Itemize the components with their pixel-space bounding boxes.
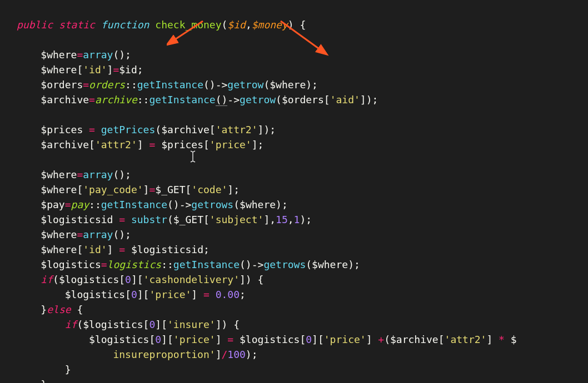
class-pay: pay — [71, 199, 89, 210]
num-0: 0 — [149, 319, 155, 330]
num-1: 1 — [294, 214, 300, 225]
var-archive: $archive — [41, 139, 89, 150]
str-price: 'price' — [210, 139, 252, 150]
fn-array: array — [83, 49, 113, 61]
var-where: $where — [41, 184, 77, 195]
code-content[interactable]: public static function check_money($id,$… — [17, 17, 588, 383]
var-logistics: $logistics — [240, 334, 300, 345]
keyword-function: function — [101, 19, 150, 31]
num-0: 0 — [306, 334, 312, 345]
str-attr2: 'attr2' — [445, 334, 487, 345]
keyword-if: if — [41, 274, 53, 285]
str-attr2: 'attr2' — [95, 139, 137, 150]
method-getrows: getrows — [263, 259, 306, 270]
method-getInstance: getInstance — [173, 259, 240, 270]
method-getrow: getrow — [240, 94, 276, 105]
function-name: check_money — [155, 19, 221, 31]
var-archive: $archive — [390, 334, 438, 345]
num-15: 15 — [276, 214, 288, 225]
fn-array: array — [83, 169, 113, 180]
var-where: $where — [41, 229, 77, 240]
method-getrow: getrow — [227, 79, 263, 90]
var-orders: $orders — [282, 94, 324, 105]
var-logistics: $logistics — [65, 289, 125, 300]
str-aid: 'aid' — [330, 94, 360, 105]
var-where: $where — [41, 64, 77, 75]
str-id: 'id' — [83, 244, 107, 255]
var-where: $where — [41, 49, 77, 61]
var-id: $id — [119, 64, 137, 75]
num-000: 0.00 — [216, 289, 240, 300]
keyword-else: else — [47, 304, 71, 315]
str-paycode: 'pay_code' — [83, 184, 143, 195]
str-price: 'price' — [173, 334, 216, 345]
class-archive: archive — [95, 94, 137, 105]
str-subject: 'subject' — [210, 214, 264, 225]
num-100: 100 — [227, 349, 246, 360]
str-insure: 'insure' — [167, 319, 216, 330]
method-getrows: getrows — [191, 199, 233, 210]
fn-array: array — [83, 229, 113, 240]
var-logisticsid: $logisticsid — [131, 244, 203, 255]
num-0: 0 — [125, 274, 131, 285]
keyword-static: static — [59, 19, 95, 31]
num-0: 0 — [131, 289, 137, 300]
str-id: 'id' — [83, 64, 107, 75]
str-price: 'price' — [149, 289, 191, 300]
param-money: $money — [252, 19, 288, 31]
var-orders: $orders — [41, 79, 83, 90]
keyword-public: public — [17, 19, 53, 31]
var-where: $where — [41, 169, 77, 180]
var-pay: $pay — [41, 199, 64, 210]
fn-getPrices: getPrices — [101, 124, 156, 135]
str-insureproportion: insureproportion' — [113, 349, 215, 360]
str-price: 'price' — [324, 334, 366, 345]
var-archive: $archive — [161, 124, 210, 135]
method-getInstance: getInstance — [149, 94, 215, 105]
str-code: 'code' — [191, 184, 227, 195]
method-getInstance: getInstance — [137, 79, 203, 90]
var-where: $where — [41, 244, 77, 255]
param-id: $id — [227, 19, 246, 31]
var-where: $where — [312, 259, 348, 270]
var-get: $_GET — [155, 184, 185, 195]
var-prices: $prices — [41, 124, 83, 135]
var-where: $where — [270, 79, 306, 90]
var-logisticsid: $logisticsid — [41, 214, 113, 225]
code-editor[interactable]: public static function check_money($id,$… — [0, 0, 588, 383]
class-logistics: logistics — [107, 259, 162, 270]
var-logistics: $logistics — [59, 274, 119, 285]
var-logistics: $logistics — [89, 334, 149, 345]
str-cashondelivery: 'cashondelivery' — [143, 274, 240, 285]
var-get: $_GET — [173, 214, 203, 225]
num-0: 0 — [155, 334, 161, 345]
class-orders: orders — [89, 79, 125, 90]
var-logistics: $logistics — [41, 259, 101, 270]
var-where: $where — [240, 199, 276, 210]
var-prices: $prices — [161, 139, 203, 150]
var-logistics: $logistics — [83, 319, 143, 330]
fn-substr: substr — [131, 214, 167, 225]
var-archive: $archive — [41, 94, 89, 105]
method-getInstance: getInstance — [101, 199, 167, 210]
str-attr2: 'attr2' — [216, 124, 258, 135]
keyword-if: if — [65, 319, 77, 330]
